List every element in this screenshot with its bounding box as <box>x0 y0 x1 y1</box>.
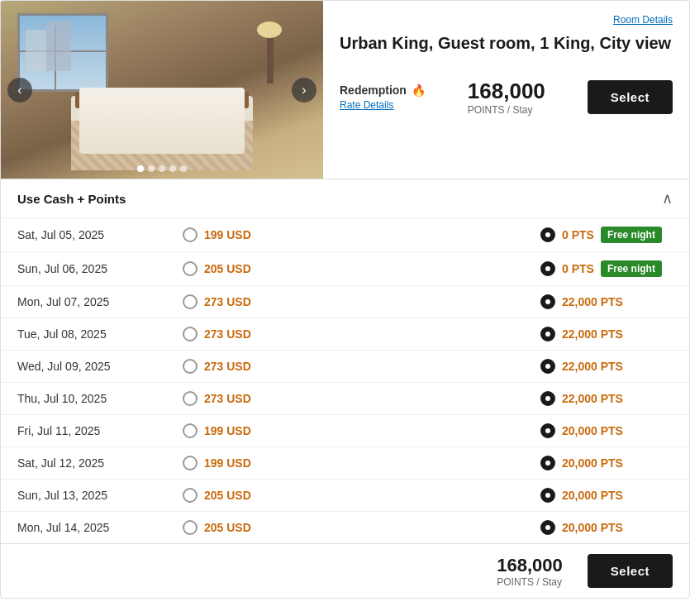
rate-info: Redemption 🔥 Rate Details <box>340 84 426 111</box>
date-row: Mon, Jul 14, 2025 205 USD 20,000 PTS <box>1 512 689 543</box>
carousel-dot[interactable] <box>137 165 144 172</box>
cash-points-title: Use Cash + Points <box>17 192 126 206</box>
total-points-amount: 168,000 <box>497 555 563 576</box>
pts-radio-button[interactable] <box>540 359 555 374</box>
pts-amount: 22,000 PTS <box>562 392 623 405</box>
pts-col: 20,000 PTS <box>540 488 673 503</box>
cash-col: 199 USD <box>183 456 540 470</box>
pts-radio-button[interactable] <box>540 456 555 470</box>
cash-amount: 199 USD <box>204 228 251 241</box>
date-cell: Thu, Jul 10, 2025 <box>17 392 183 405</box>
pts-col: 20,000 PTS <box>540 423 673 438</box>
cash-radio-button[interactable] <box>183 423 197 438</box>
cash-points-section: Use Cash + Points ∧ Sat, Jul 05, 2025 19… <box>1 179 689 598</box>
date-cell: Sun, Jul 13, 2025 <box>17 489 183 502</box>
date-cell: Fri, Jul 11, 2025 <box>17 424 183 437</box>
pts-amount: 20,000 PTS <box>562 424 623 437</box>
date-row: Fri, Jul 11, 2025 199 USD 20,000 PTS <box>1 415 689 447</box>
cash-radio-button[interactable] <box>183 261 197 276</box>
chevron-up-icon: ∧ <box>662 189 673 208</box>
free-night-badge: Free night <box>601 227 662 243</box>
pts-amount: 22,000 PTS <box>562 295 623 308</box>
date-row: Sun, Jul 06, 2025 205 USD 0 PTS Free nig… <box>1 252 689 286</box>
cash-radio-button[interactable] <box>183 327 197 341</box>
pts-col: 22,000 PTS <box>540 391 673 406</box>
cash-radio-button[interactable] <box>183 456 197 470</box>
cash-amount: 273 USD <box>204 295 251 308</box>
cash-radio-button[interactable] <box>183 520 197 535</box>
select-button-bottom[interactable]: Select <box>588 554 673 588</box>
room-card: ‹ › Room Details Urban King, Guest room,… <box>0 0 690 599</box>
rate-price: 168,000 POINTS / Stay <box>468 79 545 116</box>
flame-icon: 🔥 <box>412 84 426 97</box>
date-row: Sun, Jul 13, 2025 205 USD 20,000 PTS <box>1 480 689 512</box>
room-top: ‹ › Room Details Urban King, Guest room,… <box>1 1 689 179</box>
pts-amount: 22,000 PTS <box>562 360 623 373</box>
cash-amount: 273 USD <box>204 392 251 405</box>
cash-col: 273 USD <box>183 359 540 374</box>
pts-col: 22,000 PTS <box>540 359 673 374</box>
cash-radio-button[interactable] <box>183 488 197 503</box>
pts-amount: 20,000 PTS <box>562 456 623 470</box>
date-cell: Sat, Jul 12, 2025 <box>17 456 183 470</box>
pts-amount: 0 PTS <box>562 262 594 275</box>
pts-radio-button[interactable] <box>540 423 555 438</box>
cash-radio-button[interactable] <box>183 359 197 374</box>
date-cell: Mon, Jul 07, 2025 <box>17 295 183 308</box>
cash-radio-button[interactable] <box>183 391 197 406</box>
pts-radio-button[interactable] <box>540 261 555 276</box>
cash-radio-button[interactable] <box>183 227 197 242</box>
pts-radio-button[interactable] <box>540 391 555 406</box>
carousel-prev-button[interactable]: ‹ <box>7 78 32 103</box>
cash-amount: 199 USD <box>204 456 251 470</box>
cash-col: 273 USD <box>183 327 540 341</box>
pts-radio-button[interactable] <box>540 520 555 535</box>
carousel-dot[interactable] <box>180 165 187 172</box>
cash-amount: 205 USD <box>204 262 251 275</box>
date-cell: Wed, Jul 09, 2025 <box>17 360 183 373</box>
room-image-container: ‹ › <box>1 1 323 179</box>
date-cell: Mon, Jul 14, 2025 <box>17 521 183 534</box>
bottom-total: 168,000 POINTS / Stay Select <box>1 543 689 598</box>
pts-radio-button[interactable] <box>540 294 555 309</box>
pts-radio-button[interactable] <box>540 488 555 503</box>
pts-radio-button[interactable] <box>540 327 555 341</box>
room-info: Room Details Urban King, Guest room, 1 K… <box>323 1 689 179</box>
date-row: Sat, Jul 12, 2025 199 USD 20,000 PTS <box>1 447 689 480</box>
cash-col: 273 USD <box>183 294 540 309</box>
dates-table: Sat, Jul 05, 2025 199 USD 0 PTS Free nig… <box>1 218 689 543</box>
cash-col: 273 USD <box>183 391 540 406</box>
cash-col: 199 USD <box>183 423 540 438</box>
cash-amount: 199 USD <box>204 424 251 437</box>
room-image <box>1 1 323 179</box>
rate-details-link[interactable]: Rate Details <box>340 99 426 111</box>
date-row: Tue, Jul 08, 2025 273 USD 22,000 PTS <box>1 318 689 351</box>
carousel-dot[interactable] <box>148 165 155 172</box>
cash-amount: 273 USD <box>204 327 251 341</box>
cash-points-header[interactable]: Use Cash + Points ∧ <box>1 179 689 218</box>
cash-amount: 205 USD <box>204 489 251 502</box>
points-label: POINTS / Stay <box>468 104 533 116</box>
pts-col: 22,000 PTS <box>540 294 673 309</box>
date-cell: Sun, Jul 06, 2025 <box>17 262 183 275</box>
cash-col: 205 USD <box>183 261 540 276</box>
pts-radio-button[interactable] <box>540 227 555 242</box>
pts-amount: 22,000 PTS <box>562 327 623 341</box>
cash-col: 205 USD <box>183 520 540 535</box>
points-amount: 168,000 <box>468 79 545 104</box>
pts-amount: 20,000 PTS <box>562 521 623 534</box>
pts-col: 0 PTS Free night <box>540 227 673 243</box>
cash-radio-button[interactable] <box>183 294 197 309</box>
date-row: Sat, Jul 05, 2025 199 USD 0 PTS Free nig… <box>1 218 689 252</box>
pts-col: 20,000 PTS <box>540 456 673 470</box>
select-button-top[interactable]: Select <box>588 80 673 114</box>
pts-col: 20,000 PTS <box>540 520 673 535</box>
total-points-label: POINTS / Stay <box>497 576 562 588</box>
room-details-link[interactable]: Room Details <box>613 14 673 26</box>
cash-amount: 205 USD <box>204 521 251 534</box>
date-row: Thu, Jul 10, 2025 273 USD 22,000 PTS <box>1 383 689 415</box>
carousel-dot[interactable] <box>159 165 165 172</box>
carousel-next-button[interactable]: › <box>292 78 316 103</box>
carousel-dot[interactable] <box>169 165 176 172</box>
date-row: Mon, Jul 07, 2025 273 USD 22,000 PTS <box>1 286 689 318</box>
